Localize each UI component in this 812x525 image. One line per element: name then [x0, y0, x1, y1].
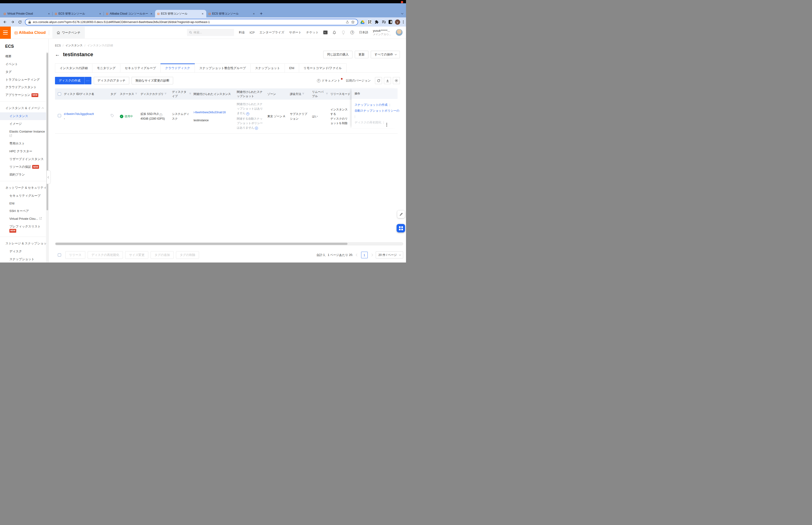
notifications-bell-icon[interactable] [332, 30, 336, 34]
quick-apps-button[interactable] [397, 224, 405, 232]
more-actions-kebab-icon[interactable] [386, 123, 387, 127]
top-menu-item[interactable]: ICP [249, 31, 255, 34]
bulk-button[interactable]: タグの追加 [151, 251, 174, 259]
language-selector[interactable]: 日本語 [359, 30, 368, 34]
all-operations-button[interactable]: すべての操作 [371, 51, 400, 58]
top-menu-item[interactable]: チケット [306, 30, 319, 34]
account-info[interactable]: yusuk******... メインアカウ... [373, 29, 391, 36]
sidebar-section-header[interactable]: ネットワーク & セキュリティ [0, 183, 48, 192]
page-size-select[interactable]: 20 件 / ページ [376, 252, 403, 258]
add-policy-icon[interactable]: + [255, 127, 258, 130]
tab-detail[interactable]: リモートコマンド/ファイル [299, 63, 347, 72]
sidebar-item[interactable]: クラウドアシスタント [0, 84, 48, 91]
export-button[interactable] [384, 77, 391, 84]
sidebar-item[interactable]: トラブルシューティング [0, 76, 48, 84]
create-disk-button[interactable]: ディスクの作成 [55, 77, 85, 84]
tab-detail[interactable]: ENI [285, 63, 299, 72]
url-bar[interactable]: ecs.console.aliyun.com/?spm=5176.1281809… [25, 19, 358, 25]
diagnose-resize-button[interactable]: 無効なサイズ変更の診断 [132, 77, 173, 84]
bulk-button[interactable]: ディスクの再初期化 [88, 251, 123, 259]
top-menu-item[interactable]: エンタープライズ [259, 30, 284, 34]
browser-profile-avatar[interactable]: y [395, 19, 400, 25]
sidebar-item[interactable]: イメージ [0, 120, 48, 128]
bulk-button[interactable]: リリース [65, 251, 85, 259]
browser-tab[interactable]: (-)ECS 管理コンソール× [206, 10, 258, 17]
tab-close-icon[interactable]: × [47, 12, 50, 15]
select-all-checkbox[interactable] [58, 92, 61, 96]
browser-tab[interactable]: (-)Alibaba Cloud コンソールホーム× [104, 10, 155, 17]
url-text[interactable]: ecs.console.aliyun.com/?spm=5176.1281809… [33, 20, 344, 24]
tab-detail[interactable]: モニタリング [92, 63, 120, 72]
sidebar-item[interactable]: セキュリティグループ [0, 192, 48, 200]
sidebar-item[interactable]: イベント [0, 60, 48, 68]
back-icon[interactable] [2, 19, 7, 25]
sidebar-item[interactable]: Elastic Container Instance [0, 128, 48, 140]
auto-snapshot-policy-link[interactable]: 自動スナップショットポリシーの設 [354, 109, 399, 112]
sidebar-item[interactable]: プレフィックスリストNEW [0, 223, 48, 234]
refresh-page-button[interactable]: 更新 [355, 51, 368, 58]
tab-detail[interactable]: スナップショット整合性グループ [195, 63, 250, 72]
lightbulb-icon[interactable] [341, 30, 346, 34]
sidebar-item[interactable]: リソースの保証NEW [0, 163, 48, 171]
tab-close-icon[interactable]: × [252, 12, 255, 15]
sidebar-item[interactable]: SSH キーペア [0, 207, 48, 215]
browser-tab[interactable]: (-)Virtual Private Cloud× [1, 10, 52, 17]
next-page-icon[interactable] [371, 254, 373, 256]
global-search-input[interactable] [194, 31, 232, 34]
attach-disk-button[interactable]: ディスクのアタッチ [94, 77, 129, 84]
row-checkbox[interactable] [58, 114, 61, 117]
tab-detail[interactable]: スナップショット [251, 63, 285, 72]
sidebar-item[interactable]: 概要 [0, 52, 48, 60]
prev-page-icon[interactable] [356, 254, 358, 256]
feedback-pencil-button[interactable] [397, 211, 405, 218]
table-settings-button[interactable] [393, 77, 400, 84]
bookmark-star-icon[interactable] [351, 20, 355, 24]
qr-extension-icon[interactable] [367, 20, 372, 24]
sidebar-collapse-handle[interactable] [47, 170, 51, 184]
tab-close-icon[interactable]: × [150, 12, 153, 15]
sidebar-section-header[interactable]: インスタンス & イメージ [0, 104, 48, 112]
refresh-table-button[interactable] [375, 77, 382, 84]
breadcrumb-instances[interactable]: インスタンス [65, 44, 83, 47]
sidebar-item[interactable]: スナップショット [0, 255, 48, 262]
sidebar-item[interactable]: アプリケーションNEW [0, 91, 48, 99]
category-help-icon[interactable]: ? [159, 113, 162, 116]
create-snapshot-link[interactable]: スナップショットの作成 [354, 103, 387, 106]
top-menu-item[interactable]: 料金 [239, 30, 245, 34]
sidebar-item[interactable]: ENI [0, 200, 48, 208]
extensions-puzzle-icon[interactable] [374, 20, 379, 24]
playlist-extension-icon[interactable] [382, 20, 386, 24]
filter-funnel-icon[interactable] [326, 92, 328, 96]
sidebar-item[interactable]: タグ [0, 68, 48, 76]
new-tab-button[interactable]: + [258, 11, 265, 17]
previous-version-link[interactable]: 以前のバージョン [346, 78, 371, 83]
browser-menu-icon[interactable] [403, 20, 404, 24]
back-arrow-icon[interactable]: ← [55, 52, 60, 57]
help-icon[interactable]: ? [350, 30, 354, 34]
sidebar-item[interactable]: ディスク [0, 248, 48, 255]
filter-funnel-icon[interactable] [135, 92, 137, 96]
tab-list-chevron-icon[interactable] [401, 12, 404, 15]
current-page[interactable]: 1 [361, 252, 368, 258]
breadcrumb-ecs[interactable]: ECS [55, 44, 61, 47]
filter-funnel-icon[interactable] [189, 92, 191, 96]
tag-icon[interactable] [110, 114, 114, 118]
sidebar-section-header[interactable]: ストレージ & スナップショット [0, 239, 48, 248]
filter-funnel-icon[interactable] [302, 92, 304, 96]
sidebar-item[interactable]: インスタンス [0, 112, 48, 120]
workbench-button[interactable]: ワークベンチ [52, 27, 85, 39]
console-terminal-icon[interactable]: >_ [323, 30, 327, 34]
global-search[interactable] [187, 29, 234, 36]
sidebar-item[interactable]: 専用ホスト [0, 140, 48, 148]
share-icon[interactable] [346, 20, 349, 24]
drive-extension-icon[interactable] [361, 20, 365, 24]
create-disk-more-button[interactable]: ··· [85, 77, 91, 84]
instance-id-link[interactable]: i-6wehrbww2k6u33natr16 [194, 111, 226, 114]
tab-close-icon[interactable]: × [201, 12, 204, 15]
documentation-link[interactable]: ? ドキュメント [317, 78, 343, 83]
horizontal-scrollbar-thumb[interactable] [56, 243, 348, 245]
buy-same-config-button[interactable]: 同じ設定の購入 [323, 51, 352, 58]
sidebar-item[interactable]: HPC クラスター [0, 148, 48, 155]
tab-close-icon[interactable]: × [99, 12, 102, 15]
browser-tab[interactable]: (-)ECS 管理コンソール× [155, 10, 206, 17]
